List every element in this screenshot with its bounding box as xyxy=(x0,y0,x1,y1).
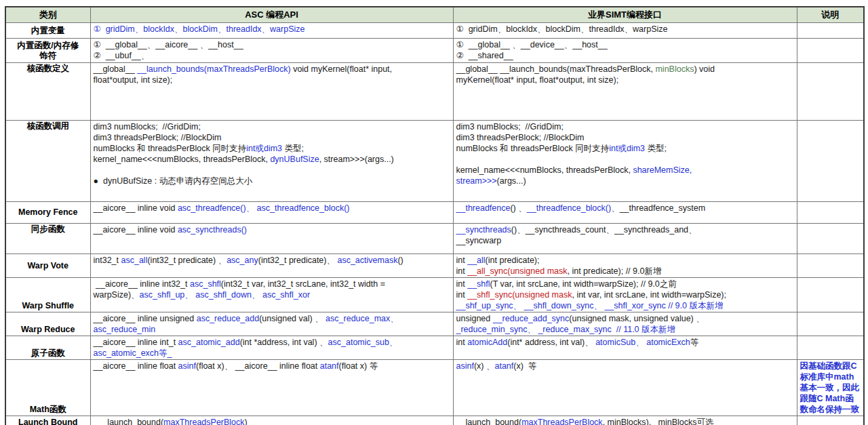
code-text: ) void xyxy=(694,64,715,74)
asc-cell: __aicore__ inline void asc_threadfence()… xyxy=(90,202,453,224)
note-cell xyxy=(797,23,864,39)
category-label: 内置变量 xyxy=(7,26,89,36)
code-text: __aicore__ inline float xyxy=(94,361,178,371)
column-header-category: 类别 xyxy=(5,7,90,23)
asc-cell: __aicore__ inline void asc_syncthreads() xyxy=(90,224,453,254)
code-text-blue: int或dim3 xyxy=(246,144,282,153)
asc-cell: __global__ __launch_bounds(maxThreadsPer… xyxy=(90,63,453,121)
code-text: (float x) 等 xyxy=(339,361,378,371)
code-text-blue: asc_activemask xyxy=(337,256,397,265)
text-line: dim3 numBlocks; //GridDim; xyxy=(94,121,450,132)
text-line xyxy=(456,154,794,165)
category-cell: Launch Bound xyxy=(5,416,90,425)
text-line: int __shfl_sync(unsigned mask, int var, … xyxy=(456,289,794,300)
code-text: ① gridDim、blockIdx、blockDim、threadIdx、wa… xyxy=(456,24,668,34)
code-text: ② __ubuf__、 xyxy=(94,51,150,60)
text-line: __aicore__ inline int_t asc_atomic_add(i… xyxy=(94,337,450,348)
code-text: (args...) xyxy=(497,176,526,186)
code-text: __aicore__ inline unsigned xyxy=(94,314,197,323)
code-text-blue: asc_atomic_exch等_ xyxy=(94,348,172,358)
code-text-blue: asc_atomic_add xyxy=(178,338,240,347)
code-text: int xyxy=(456,338,468,347)
code-text: (int32_t var, int32_t srcLane, int32_t w… xyxy=(221,279,385,289)
asc-cell: ___launch_bound(maxThreadsPerBlock) xyxy=(90,416,453,425)
code-text: float*output, int size); xyxy=(94,75,173,85)
text-line: ___launch_bound(maxThreadsPerBlock) xyxy=(94,417,450,425)
text-line: __global__ __launch_bounds(maxThreadsPer… xyxy=(456,64,794,75)
table-row: 内置变量① gridDim、blockIdx、blockDim、threadId… xyxy=(5,23,864,39)
category-label: Warp Vote xyxy=(7,261,89,271)
code-text-blue: atomicSub、 atomicExch xyxy=(595,338,690,347)
header-row: 类别 ASC 编程API 业界SIMT编程接口 说明 xyxy=(5,7,864,23)
code-text-blue: shareMemSize, xyxy=(633,165,692,175)
code-text: kernel_name<<<numBlocks, threadsPerBlock… xyxy=(94,155,271,164)
code-text: 类型; xyxy=(645,144,667,153)
code-text: __global__ xyxy=(94,64,138,74)
code-text: myKernel(float* input, float*output, int… xyxy=(456,75,619,85)
code-text: 等 xyxy=(690,338,699,347)
note-cell xyxy=(797,278,864,312)
code-text-blue: asc_reduce_add xyxy=(197,314,259,323)
text-line: int atomicAdd(int* address, int val)、 at… xyxy=(456,337,794,348)
text-line: __launch_bound(maxThreadsPerBlock, minBl… xyxy=(456,417,794,425)
code-text-blue: _reduce_min_sync、 _reduce_max_sync // 11… xyxy=(456,325,676,334)
simt-cell: __launch_bound(maxThreadsPerBlock, minBl… xyxy=(453,416,797,425)
simt-cell: int __shfl(T var, int srcLane, int width… xyxy=(453,278,797,312)
code-text-blue: __reduce_add_sync xyxy=(493,314,570,323)
text-line: ● dynUBufSize : 动态申请内存空间总大小 xyxy=(94,176,450,186)
table-row: Math函数__aicore__ inline float asinf(floa… xyxy=(5,360,864,416)
category-cell: 原子函数 xyxy=(5,336,90,360)
code-text: __aicore__ inline int_t xyxy=(94,338,178,347)
note-cell: 因基础函数跟C标准库中math基本一致，因此跟随C Math函数命名保持一致 xyxy=(797,360,864,416)
table-row: 同步函数__aicore__ inline void asc_syncthrea… xyxy=(5,224,864,254)
api-comparison-table: 类别 ASC 编程API 业界SIMT编程接口 说明 内置变量① gridDim… xyxy=(5,6,865,425)
text-line: int __all_sync(unsigned mask, int predic… xyxy=(456,266,794,277)
text-line: dim3 threadsPerBlock; //BlockDim xyxy=(456,132,794,143)
asc-cell: ① gridDim、blockIdx、blockDim、threadIdx、wa… xyxy=(90,23,453,39)
text-line: __syncthreads()、__syncthreads_count、__sy… xyxy=(456,224,794,235)
code-text-blue: asc_all xyxy=(121,256,148,265)
code-text-blue: atanf xyxy=(494,361,513,371)
column-header-asc-api: ASC 编程API xyxy=(90,7,453,23)
table-row: Warp Shuffle __aicore__ inline int32_t a… xyxy=(5,278,864,312)
text-line: ① __global__ 、__device__、__host__ xyxy=(456,39,794,50)
text-line: __threadfence() 、__threadfence_block()、_… xyxy=(456,203,794,214)
text-line: dim3 numBlocks; //GridDim; xyxy=(456,121,794,132)
code-text: __global__ __launch_bounds(maxThreadsPer… xyxy=(456,64,656,74)
code-text: warpSize)、 xyxy=(94,290,140,300)
simt-cell: __global__ __launch_bounds(maxThreadsPer… xyxy=(453,63,797,121)
text-line: dim3 threadsPerBlock; //BlockDim xyxy=(94,132,450,143)
text-line: ① __global__、__aicore__ 、__host__ xyxy=(94,39,450,50)
category-cell: 内置变量 xyxy=(5,23,90,39)
code-text-blue: asc_any xyxy=(226,256,258,265)
category-cell: Warp Vote xyxy=(5,254,90,278)
code-text: (int* address, int val)、 xyxy=(507,338,595,347)
code-text: (unsigned mask, unsigned value) 、 xyxy=(569,314,704,323)
code-text-blue: asc_syncthreads() xyxy=(178,225,247,235)
code-text: dim3 numBlocks; //GridDim; xyxy=(456,122,564,131)
table-wrapper: 类别 ASC 编程API 业界SIMT编程接口 说明 内置变量① gridDim… xyxy=(5,6,865,425)
code-text-blue: __shf_up_sync、 __shfl_down_sync、 __shfl_… xyxy=(456,301,724,310)
code-text: ) xyxy=(245,418,248,425)
code-text: ① __global__ 、__device__、__host__ xyxy=(456,40,608,49)
text-line: asc_reduce_min xyxy=(94,324,450,335)
simt-cell: int __all(int predicate);int __all_sync(… xyxy=(453,254,797,278)
code-text-red: __shfl_sync(unsigned mask xyxy=(467,290,572,300)
text-line: _reduce_min_sync、 _reduce_max_sync // 11… xyxy=(456,324,794,335)
category-cell: 核函数定义 xyxy=(5,63,90,121)
text-line: int __all(int predicate); xyxy=(456,255,794,266)
text-line: __aicore__ inline float asinf(float x)、 … xyxy=(94,361,450,371)
note-cell xyxy=(797,63,864,121)
code-text: () 、 xyxy=(510,203,526,213)
page: 类别 ASC 编程API 业界SIMT编程接口 说明 内置变量① gridDim… xyxy=(0,0,868,425)
code-text-blue: __launch_bounds(maxThreadsPerBlock) xyxy=(137,64,291,74)
code-text-blue: __syncthreads xyxy=(456,225,511,235)
asc-cell: __aicore__ inline float asinf(float x)、 … xyxy=(90,360,453,416)
code-text: (int32_t predicate)、 xyxy=(258,256,338,265)
code-text: dim3 numBlocks; //GridDim; xyxy=(94,122,201,131)
text-line: numBlocks 和 threadsPerBlock 同时支持int或dim3… xyxy=(94,143,450,154)
category-cell: Memory Fence xyxy=(5,202,90,224)
text-line: __aicore__ inline unsigned asc_reduce_ad… xyxy=(94,313,450,324)
text-line: __global__ __launch_bounds(maxThreadsPer… xyxy=(94,64,450,75)
code-text: (int32_t predicate) 、 xyxy=(147,256,226,265)
